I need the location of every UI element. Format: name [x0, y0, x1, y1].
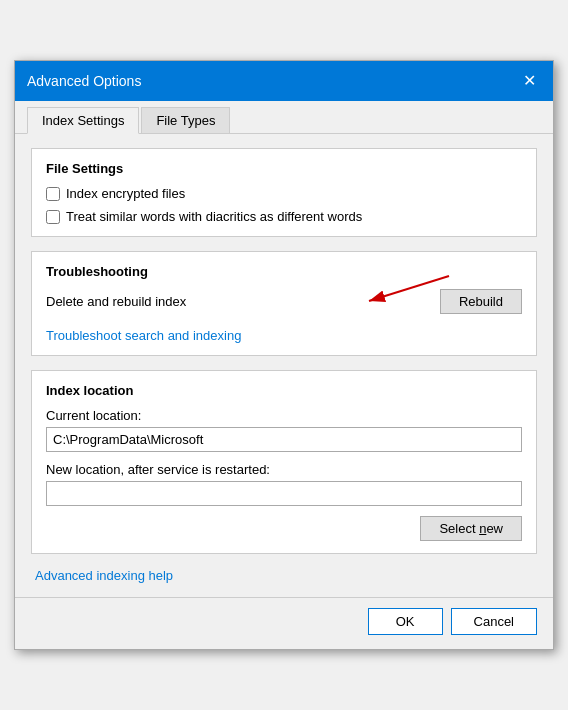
ok-button[interactable]: OK: [368, 608, 443, 635]
index-location-section: Index location Current location: New loc…: [31, 370, 537, 554]
cancel-button[interactable]: Cancel: [451, 608, 537, 635]
new-location-label: New location, after service is restarted…: [46, 462, 522, 477]
checkbox-encrypted-label: Index encrypted files: [66, 186, 185, 201]
tab-bar: Index Settings File Types: [15, 101, 553, 134]
new-location-input[interactable]: [46, 481, 522, 506]
current-location-label: Current location:: [46, 408, 522, 423]
dialog-footer: OK Cancel: [15, 597, 553, 649]
checkbox-diacritics[interactable]: [46, 210, 60, 224]
file-settings-section: File Settings Index encrypted files Trea…: [31, 148, 537, 237]
tab-file-types[interactable]: File Types: [141, 107, 230, 133]
troubleshoot-link[interactable]: Troubleshoot search and indexing: [46, 328, 241, 343]
bottom-link-row: Advanced indexing help: [31, 568, 537, 583]
advanced-options-dialog: Advanced Options ✕ Index Settings File T…: [14, 60, 554, 650]
dialog-body: File Settings Index encrypted files Trea…: [15, 134, 553, 597]
troubleshooting-label: Troubleshooting: [46, 264, 522, 279]
select-new-row: Select new: [46, 516, 522, 541]
index-location-label: Index location: [46, 383, 522, 398]
checkbox-encrypted[interactable]: [46, 187, 60, 201]
title-bar: Advanced Options ✕: [15, 61, 553, 101]
troubleshooting-section: Troubleshooting Delete and rebuild index: [31, 251, 537, 356]
tab-index-settings[interactable]: Index Settings: [27, 107, 139, 134]
checkbox-diacritics-label: Treat similar words with diacritics as d…: [66, 209, 362, 224]
delete-rebuild-row: Delete and rebuild index Rebuild: [46, 289, 522, 314]
delete-rebuild-label: Delete and rebuild index: [46, 294, 186, 309]
close-button[interactable]: ✕: [517, 69, 541, 93]
rebuild-button[interactable]: Rebuild: [440, 289, 522, 314]
file-settings-label: File Settings: [46, 161, 522, 176]
checkbox-row-diacritics: Treat similar words with diacritics as d…: [46, 209, 522, 224]
checkbox-row-encrypted: Index encrypted files: [46, 186, 522, 201]
svg-line-1: [369, 276, 449, 301]
advanced-indexing-link[interactable]: Advanced indexing help: [35, 568, 173, 583]
select-new-button[interactable]: Select new: [420, 516, 522, 541]
current-location-input[interactable]: [46, 427, 522, 452]
dialog-title: Advanced Options: [27, 73, 141, 89]
